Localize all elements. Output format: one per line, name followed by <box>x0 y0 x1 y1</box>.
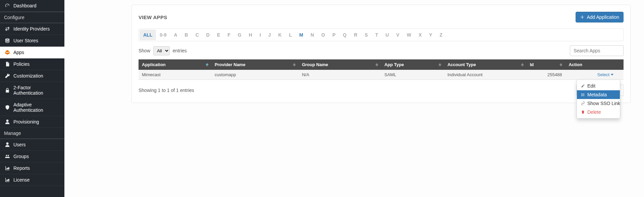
add-application-button[interactable]: Add Application <box>576 12 624 22</box>
main-content: VIEW APPS Add Application ALL0-9ABCDEFGH… <box>64 0 644 197</box>
alpha-filter-tabs: ALL0-9ABCDEFGHIJKLMNOPQRSTUVWXYZ <box>139 29 624 41</box>
alpha-tab-k[interactable]: K <box>275 30 285 40</box>
alpha-tab-e[interactable]: E <box>213 30 224 40</box>
sidebar-item-users[interactable]: Users <box>0 139 64 151</box>
add-application-label: Add Application <box>587 14 619 20</box>
alpha-tab-q[interactable]: Q <box>339 30 350 40</box>
alpha-tab-h[interactable]: H <box>245 30 256 40</box>
sidebar-item-label: Users <box>13 142 60 147</box>
sidebar-item-label: Apps <box>13 50 60 55</box>
wrench-icon <box>4 73 11 79</box>
gauge-icon <box>4 3 11 8</box>
col-application[interactable]: Application <box>139 59 211 70</box>
sidebar-item-groups[interactable]: Groups <box>0 151 64 162</box>
link-icon <box>581 101 585 105</box>
sidebar-item-label: Identity Providers <box>13 26 60 32</box>
sidebar-item-reports[interactable]: Reports <box>0 162 64 174</box>
sidebar-item-label: Reports <box>13 165 60 171</box>
alpha-tab-a[interactable]: A <box>170 30 181 40</box>
cell-application: Mimecast <box>139 70 211 80</box>
list-icon <box>581 93 585 97</box>
alpha-tab-z[interactable]: Z <box>436 30 446 40</box>
alpha-tab-b[interactable]: B <box>181 30 192 40</box>
alpha-tab-g[interactable]: G <box>234 30 245 40</box>
search-input[interactable] <box>570 45 624 56</box>
entries-select[interactable]: All <box>153 46 170 55</box>
col-group-name[interactable]: Group Name <box>299 59 381 70</box>
sidebar-item-label: Policies <box>13 61 60 67</box>
alpha-tab-x[interactable]: X <box>415 30 425 40</box>
alpha-tab-m[interactable]: M <box>296 30 307 40</box>
sidebar-item-customization[interactable]: Customization <box>0 70 64 82</box>
sidebar-item-2fa[interactable]: 2-Factor Authentication <box>0 82 64 99</box>
sidebar-header-configure: Configure <box>0 12 64 23</box>
exchange-icon <box>4 26 11 32</box>
sidebar-item-dashboard[interactable]: Dashboard <box>0 0 64 12</box>
dropdown-item-show-sso-link[interactable]: Show SSO Link <box>577 99 620 108</box>
dropdown-item-metadata[interactable]: Metadata <box>577 90 620 99</box>
sidebar-item-label: 2-Factor Authentication <box>13 85 60 96</box>
alpha-tab-0-9[interactable]: 0-9 <box>156 30 170 40</box>
alpha-tab-u[interactable]: U <box>382 30 392 40</box>
trash-icon <box>581 110 585 114</box>
alpha-tab-y[interactable]: Y <box>425 30 436 40</box>
alpha-tab-all[interactable]: ALL <box>140 30 156 40</box>
file-icon <box>4 61 11 67</box>
apps-table: Application Provider Name Group Name App… <box>139 59 624 80</box>
alpha-tab-v[interactable]: V <box>392 30 403 40</box>
plus-icon <box>580 15 585 19</box>
user-icon <box>4 119 11 125</box>
sidebar-item-license[interactable]: License <box>0 174 64 186</box>
table-info: Showing 1 to 1 of 1 entries <box>139 88 194 93</box>
col-provider-name[interactable]: Provider Name <box>211 59 299 70</box>
sidebar: Dashboard Configure Identity Providers U… <box>0 0 64 197</box>
alpha-tab-p[interactable]: P <box>329 30 339 40</box>
alpha-tab-n[interactable]: N <box>307 30 318 40</box>
alpha-tab-j[interactable]: J <box>265 30 275 40</box>
table-row: Mimecast customapp N/A SAML Individual A… <box>139 70 624 80</box>
col-app-type[interactable]: App Type <box>381 59 444 70</box>
edit-icon <box>581 84 585 88</box>
alpha-tab-w[interactable]: W <box>403 30 415 40</box>
dropdown-item-delete[interactable]: Delete <box>577 108 620 116</box>
select-action-dropdown-trigger[interactable]: Select <box>597 72 613 77</box>
cell-app-type: SAML <box>381 70 444 80</box>
sidebar-item-provisioning[interactable]: Provisioning <box>0 116 64 128</box>
dropdown-item-edit[interactable]: Edit <box>577 82 620 90</box>
panel-title: VIEW APPS <box>139 14 167 20</box>
show-label-prefix: Show <box>139 48 150 53</box>
alpha-tab-i[interactable]: I <box>256 30 265 40</box>
sidebar-item-adaptive-auth[interactable]: Adaptive Authentication <box>0 99 64 116</box>
alpha-tab-o[interactable]: O <box>318 30 329 40</box>
alpha-tab-s[interactable]: S <box>361 30 371 40</box>
chart-area-icon <box>4 177 11 183</box>
sidebar-item-label: Provisioning <box>13 119 60 125</box>
cell-group-name: N/A <box>299 70 381 80</box>
col-id[interactable]: Id <box>527 59 566 70</box>
caret-down-icon <box>611 74 613 76</box>
alpha-tab-t[interactable]: T <box>372 30 382 40</box>
lock-icon <box>4 88 11 93</box>
cell-action: Select Edit <box>565 70 624 80</box>
chart-area-icon <box>4 165 11 171</box>
dropdown-item-label: Edit <box>587 83 595 89</box>
alpha-tab-l[interactable]: L <box>285 30 296 40</box>
sidebar-item-label: Customization <box>13 73 60 79</box>
col-account-type[interactable]: Account Type <box>444 59 527 70</box>
shield-icon <box>4 105 11 110</box>
cell-id: 255488 <box>527 70 566 80</box>
sidebar-item-label: User Stores <box>13 38 60 43</box>
sidebar-item-user-stores[interactable]: User Stores <box>0 35 64 47</box>
alpha-tab-d[interactable]: D <box>203 30 213 40</box>
cell-account-type: Individual Account <box>444 70 527 80</box>
dropdown-item-label: Metadata <box>587 92 607 97</box>
alpha-tab-r[interactable]: R <box>350 30 361 40</box>
col-action: Action <box>565 59 624 70</box>
sidebar-item-apps[interactable]: Apps <box>0 47 64 58</box>
sidebar-item-identity-providers[interactable]: Identity Providers <box>0 23 64 35</box>
sidebar-item-policies[interactable]: Policies <box>0 58 64 70</box>
action-dropdown-menu: Edit Metadata Show SSO Link <box>577 80 620 118</box>
show-label-suffix: entries <box>173 48 187 53</box>
alpha-tab-c[interactable]: C <box>192 30 203 40</box>
alpha-tab-f[interactable]: F <box>224 30 234 40</box>
